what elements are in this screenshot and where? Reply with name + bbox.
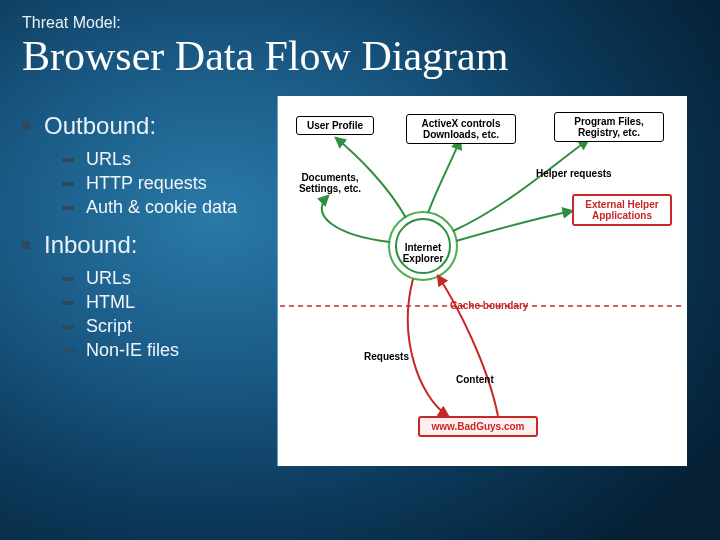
list-item: URLs [62, 267, 277, 291]
arrow-icon [322, 196, 390, 242]
slide-pretitle: Threat Model: [22, 14, 698, 32]
node-program-files: Program Files, Registry, etc. [554, 112, 664, 142]
arrow-red-icon [438, 276, 498, 416]
slide: Threat Model: Browser Data Flow Diagram … [0, 0, 720, 540]
bullet-bar-icon [62, 206, 74, 210]
arrow-icon [428, 140, 460, 213]
inbound-list: URLs HTML Script Non-IE files [62, 267, 277, 362]
arrow-icon [456, 211, 572, 241]
section-heading-text: Inbound: [44, 231, 137, 259]
bullet-bar-icon [62, 325, 74, 329]
data-flow-diagram: User Profile ActiveX controls Downloads,… [277, 96, 687, 466]
bullet-square-icon [22, 241, 30, 249]
label-requests: Requests [364, 351, 409, 362]
node-activex: ActiveX controls Downloads, etc. [406, 114, 516, 144]
bullet-bar-icon [62, 301, 74, 305]
list-item: Auth & cookie data [62, 196, 277, 220]
bullet-bar-icon [62, 277, 74, 281]
outbound-list: URLs HTTP requests Auth & cookie data [62, 148, 277, 219]
content-area: Outbound: URLs HTTP requests Auth & cook… [22, 96, 698, 466]
bullet-square-icon [22, 122, 30, 130]
list-item: HTML [62, 291, 277, 315]
label-documents: Documents, Settings, etc. [288, 172, 372, 194]
slide-title: Browser Data Flow Diagram [22, 34, 698, 78]
section-heading-inbound: Inbound: [22, 231, 277, 259]
arrow-red-icon [408, 279, 448, 416]
diagram-svg [278, 96, 688, 466]
node-badguys: www.BadGuys.com [418, 416, 538, 437]
list-item: Non-IE files [62, 339, 277, 363]
list-item: Script [62, 315, 277, 339]
label-cache-boundary: Cache boundary [450, 300, 528, 311]
label-internet-explorer: Internet Explorer [396, 242, 450, 264]
list-item: URLs [62, 148, 277, 172]
bullet-bar-icon [62, 349, 74, 353]
section-heading-text: Outbound: [44, 112, 156, 140]
bullet-bar-icon [62, 158, 74, 162]
bullet-column: Outbound: URLs HTTP requests Auth & cook… [22, 96, 277, 466]
section-heading-outbound: Outbound: [22, 112, 277, 140]
node-external-helper: External Helper Applications [572, 194, 672, 226]
label-content: Content [456, 374, 494, 385]
arrow-icon [453, 140, 588, 231]
diagram-panel: User Profile ActiveX controls Downloads,… [277, 96, 698, 466]
bullet-bar-icon [62, 182, 74, 186]
node-user-profile: User Profile [296, 116, 374, 135]
label-helper-requests: Helper requests [536, 168, 612, 179]
list-item: HTTP requests [62, 172, 277, 196]
